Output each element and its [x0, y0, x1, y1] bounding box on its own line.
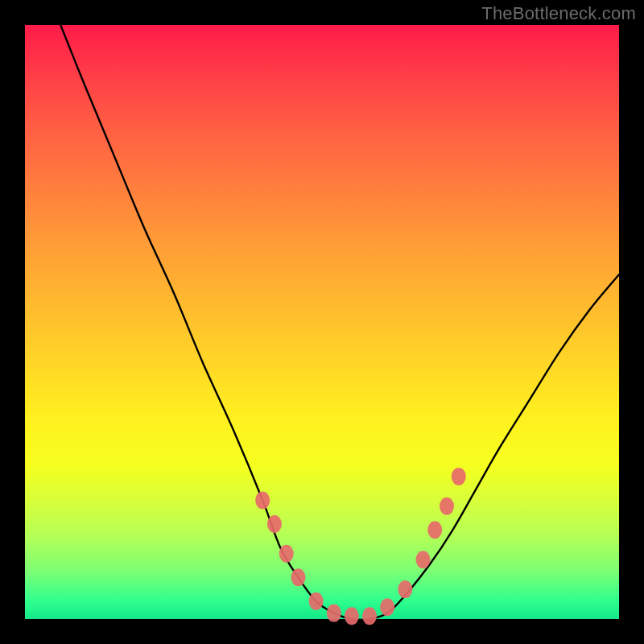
curve-marker [362, 607, 377, 625]
curve-marker [327, 605, 341, 622]
chart-stage: TheBottleneck.com [0, 0, 644, 644]
curve-marker [380, 598, 394, 616]
curve-marker [440, 497, 454, 515]
curve-marker [279, 545, 294, 563]
curve-marker [291, 568, 305, 586]
curve-markers [255, 468, 466, 625]
watermark-text: TheBottleneck.com [481, 3, 636, 24]
plot-area [25, 25, 619, 619]
bottleneck-curve [60, 25, 619, 620]
curve-marker [255, 491, 270, 509]
curve-marker [452, 468, 466, 485]
curve-marker [427, 521, 442, 539]
curve-marker [309, 592, 324, 610]
curve-marker [267, 515, 282, 533]
curve-marker [398, 580, 412, 598]
curve-marker [415, 551, 430, 568]
curve-svg [25, 25, 619, 619]
curve-marker [345, 607, 359, 625]
